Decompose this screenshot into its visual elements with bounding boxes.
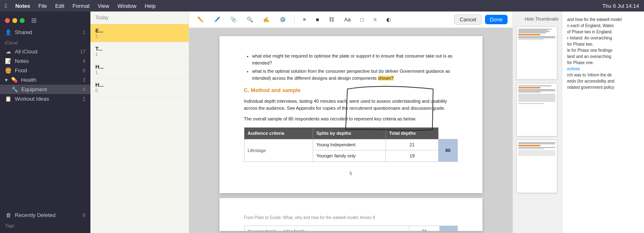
- page2-total: [440, 226, 457, 231]
- sidebar-item-all-icloud[interactable]: ☁ All iCloud 17: [0, 47, 90, 56]
- align-tool[interactable]: ≡: [300, 15, 309, 24]
- side-link[interactable]: ectives: [567, 66, 639, 72]
- sidebar-deleted-count: 6: [83, 212, 85, 218]
- note-date-1: 1: [95, 52, 184, 57]
- sidebar-item-recently-deleted[interactable]: 🗑 Recently Deleted 6: [0, 210, 90, 220]
- apple-menu[interactable]: : [5, 2, 7, 9]
- toolbar-right: Cancel Done: [454, 14, 508, 25]
- note-list-item-3[interactable]: H... 0: [90, 78, 189, 97]
- side-text-2: of Phase two in England.: [567, 29, 639, 35]
- toolbar: ✏️ 🖊️ 📎 🔍 ✍️ ⚙️ ≡ ■ ⛓ Aa □ ⌗ ◐ Cancel Do…: [189, 12, 512, 28]
- sidebar-tags-label: Tags: [0, 220, 90, 230]
- signature-tool[interactable]: ✍️: [260, 15, 273, 24]
- link-tool[interactable]: ⛓: [325, 15, 337, 24]
- note-list-header: Today: [90, 12, 189, 24]
- sidebar-food-label: Food: [15, 67, 27, 74]
- notes-folder-icon: 📝: [5, 58, 12, 64]
- sidebar-item-shared[interactable]: 👤 Shared 1: [0, 28, 90, 37]
- bullet-list: what else might be required to optimise …: [244, 53, 458, 81]
- sidebar-workout-count: 2: [83, 96, 85, 102]
- health-icon: 💊: [11, 77, 18, 83]
- note-list-item-1[interactable]: T... 1: [90, 42, 189, 60]
- workout-icon: 📋: [5, 96, 12, 102]
- main-layout: ⊞ 👤 Shared 1 iCloud ☁ All iCloud 17 📝 No…: [0, 12, 644, 233]
- thumbnail-1[interactable]: [516, 26, 557, 80]
- equipment-icon: 🔧: [12, 86, 18, 92]
- pen-tool[interactable]: 🖊️: [210, 15, 224, 24]
- side-text-panel: and how for the eatwell model n each of …: [562, 12, 644, 233]
- close-button[interactable]: [5, 18, 10, 23]
- menu-help[interactable]: Help: [145, 3, 156, 9]
- body-text-2: The overall sample of 80 respondents was…: [244, 115, 458, 123]
- sidebar-item-workout[interactable]: 📋 Workout Ideas 2: [0, 94, 90, 104]
- search-tool[interactable]: 🔍: [243, 15, 256, 24]
- menu-edit[interactable]: Edit: [55, 3, 64, 9]
- crop-tool[interactable]: ⌗: [370, 15, 380, 25]
- highlighted-text: shown?: [378, 76, 394, 81]
- note-list-item-0[interactable]: E... 1: [90, 24, 189, 42]
- side-text-7: for Phase one.: [567, 60, 639, 66]
- thumbnail-2-inner: [517, 83, 557, 136]
- sidebar-header: ⊞: [0, 15, 90, 28]
- page2-table: Younger family + older family 21: [244, 226, 458, 231]
- sidebar-shared-count: 1: [83, 30, 85, 35]
- body-text-1: Individual depth interviews, lasting 40 …: [244, 98, 458, 112]
- side-text-10: eeds (for accessibility and: [567, 78, 639, 84]
- thumbnail-3[interactable]: [516, 140, 557, 193]
- sidebar-notes-count: 4: [83, 58, 85, 64]
- sidebar-icloud-label: iCloud: [0, 37, 90, 47]
- page-2-footer: From Plate to Guide: What, why and how f…: [244, 215, 458, 221]
- color-tool[interactable]: ■: [313, 15, 323, 24]
- menu-window[interactable]: Window: [118, 3, 136, 9]
- hide-thumbnails-btn[interactable]: Hide Thumbnails: [516, 15, 559, 23]
- section-c-heading: C. Method and sample: [244, 86, 458, 95]
- col-header-splits: Splits by depths: [313, 128, 385, 139]
- shape-tool[interactable]: □: [357, 15, 367, 24]
- sidebar-toggle[interactable]: ⊞: [31, 16, 37, 24]
- filter-tool[interactable]: ◐: [383, 15, 394, 24]
- text-format-tool[interactable]: Aa: [341, 15, 354, 24]
- cancel-button[interactable]: Cancel: [454, 14, 481, 25]
- pencil-tool[interactable]: ✏️: [194, 15, 207, 24]
- sidebar-item-health[interactable]: ▾ 💊 Health 3: [0, 75, 90, 85]
- sidebar-all-icloud-count: 17: [80, 49, 85, 55]
- side-text-6: land and an overarching: [567, 53, 639, 60]
- sidebar-equipment-count: 4: [83, 87, 85, 92]
- split-1: 21: [386, 139, 439, 150]
- page-number-1: 5: [244, 170, 458, 177]
- sidebar-item-equipment[interactable]: 🔧 Equipment 4: [0, 85, 90, 94]
- side-text-0: and how for the eatwell model: [567, 16, 639, 23]
- side-text-11: ndated government policy: [567, 84, 639, 90]
- col-header-audience: Audience criteria: [244, 128, 313, 139]
- audience-table: Audience criteria Splits by depths Total…: [244, 127, 458, 162]
- side-text-9: rch was to 'inform the de: [567, 72, 639, 78]
- sidebar-item-notes[interactable]: 📝 Notes 4: [0, 56, 90, 66]
- side-text-4: for Phase two.: [567, 41, 639, 47]
- thumbnail-2[interactable]: [516, 83, 557, 136]
- note-list-item-2[interactable]: H... 1: [90, 60, 189, 78]
- menu-notes[interactable]: Notes: [15, 3, 30, 9]
- menu-view[interactable]: View: [98, 3, 109, 9]
- menu-file[interactable]: File: [38, 3, 47, 9]
- menu-format[interactable]: Format: [73, 3, 90, 9]
- done-button[interactable]: Done: [485, 15, 508, 24]
- sidebar-equipment-label: Equipment: [21, 86, 47, 92]
- menu-bar:  Notes File Edit Format View Window Hel…: [0, 0, 644, 12]
- maximize-button[interactable]: [20, 18, 25, 23]
- minimize-button[interactable]: [12, 18, 17, 23]
- settings-tool[interactable]: ⚙️: [276, 15, 289, 24]
- sidebar-item-food[interactable]: 🍔 Food 6: [0, 66, 90, 75]
- side-text-1: n each of England, Wales: [567, 23, 639, 29]
- note-list: Today E... 1 T... 1 H... 1 H... 0: [90, 12, 189, 233]
- sidebar-health-count: 3: [83, 77, 85, 83]
- sidebar-shared-label: Shared: [15, 29, 32, 35]
- attachment-tool[interactable]: 📎: [227, 15, 240, 24]
- thumbnail-3-inner: [517, 140, 557, 193]
- pages-area[interactable]: what else might be required to optimise …: [189, 28, 512, 233]
- table-row-lifestage: Lifestage Young Independent 21 80: [244, 139, 457, 150]
- thumbnail-1-inner: [517, 27, 557, 79]
- thumbnails-panel: Hide Thumbnails: [512, 12, 562, 233]
- sidebar-workout-label: Workout Ideas: [15, 96, 49, 102]
- split-2: 19: [386, 150, 439, 162]
- trash-icon: 🗑: [5, 212, 12, 218]
